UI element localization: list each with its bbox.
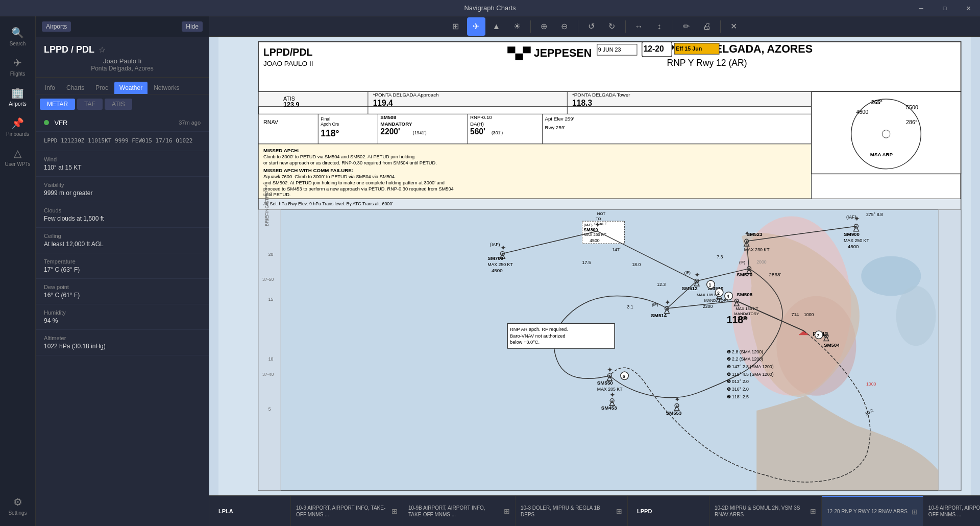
fit-height-button[interactable]: ↕ — [650, 17, 669, 36]
tab-atis[interactable]: ATIS — [105, 99, 132, 110]
svg-text:265°: 265° — [871, 99, 883, 105]
close-chart-icon: ✕ — [730, 21, 737, 31]
svg-text:*PONTA DELGADA Approach: *PONTA DELGADA Approach — [373, 92, 439, 98]
svg-text:below +3.0°C.: below +3.0°C. — [510, 340, 540, 345]
alert-button[interactable]: ▲ — [487, 17, 506, 36]
hide-button[interactable]: Hide — [182, 21, 203, 32]
svg-text:SM508: SM508 — [380, 114, 396, 120]
draw-button[interactable]: ✏ — [677, 17, 696, 36]
sidebar-item-user-wpts[interactable]: △ User WPTs — [0, 142, 36, 172]
chart-tab-3-label: 10-3 DOLER, MIPRU & REGLA 1B DEPS — [521, 505, 612, 518]
zoom-in-icon: ⊕ — [541, 21, 547, 31]
svg-text:❺ 013° 2.0: ❺ 013° 2.0 — [727, 379, 749, 384]
tab-proc[interactable]: Proc — [90, 82, 113, 94]
svg-text:Rwy 259': Rwy 259' — [545, 125, 565, 130]
sidebar-item-settings[interactable]: ⚙ Settings — [0, 491, 36, 521]
time-ago: 37m ago — [179, 119, 201, 126]
svg-text:*PONTA DELGADA Tower: *PONTA DELGADA Tower — [572, 92, 630, 98]
rotate-left-icon: ↺ — [588, 21, 595, 31]
chart-tab-1[interactable]: 10-9 AIRPORT, AIRPORT INFO, TAKE-OFF MNM… — [291, 496, 403, 527]
svg-text:MAX 250 KT: MAX 250 KT — [844, 238, 869, 243]
chart-tab-lpla[interactable]: LPLA — [209, 496, 291, 527]
chart-tab-6-label: 12-20 RNP Y RWY 12 RNAV ARRS — [827, 508, 908, 515]
humidity-label: Humidity — [44, 309, 201, 316]
svg-text:proceed to SM453 to perform a : proceed to SM453 to perform a new approa… — [263, 186, 454, 192]
svg-text:37-50: 37-50 — [262, 277, 274, 282]
chart-tab-5[interactable]: 10-2D MIPRU & SOMUL 2N, VSM 3S RNAV ARRS… — [709, 496, 822, 527]
svg-text:BRIEFING STRIP ™: BRIEFING STRIP ™ — [264, 185, 270, 226]
svg-text:5: 5 — [268, 407, 271, 412]
altimeter-label: Altimeter — [44, 335, 201, 341]
svg-text:4: 4 — [727, 294, 729, 299]
airports-label: Airports — [42, 21, 71, 32]
tab-info[interactable]: Info — [40, 82, 60, 94]
sidebar-item-label: Search — [10, 41, 26, 46]
chart-tab-7[interactable]: 10-9 AIRPORT, AIRPORT INFO, TAKE-OFF MNM… — [923, 496, 980, 527]
vfr-status: VFR — [44, 118, 67, 127]
tab-taf[interactable]: TAF — [77, 99, 103, 110]
svg-text:✦: ✦ — [500, 244, 506, 252]
zoom-out-button[interactable]: ⊖ — [555, 17, 574, 36]
svg-text:MAX 230 KT: MAX 230 KT — [744, 247, 770, 252]
svg-text:(IF): (IF) — [684, 270, 691, 275]
close-button[interactable]: ✕ — [957, 0, 980, 16]
chart-tab-lppd[interactable]: LPPD — [628, 496, 709, 527]
airports-icon: 🏢 — [11, 87, 24, 99]
close-chart-button[interactable]: ✕ — [725, 17, 743, 36]
nav-button[interactable]: ✈ — [467, 17, 485, 36]
svg-text:RNAV: RNAV — [263, 119, 279, 125]
chart-tab-1-label: 10-9 AIRPORT, AIRPORT INFO, TAKE-OFF MNM… — [296, 505, 387, 518]
brightness-button[interactable]: ☀ — [508, 17, 526, 36]
tab-metar[interactable]: METAR — [40, 99, 75, 110]
panel-header: Airports Hide — [36, 16, 209, 37]
sidebar-item-flights[interactable]: ✈ Flights — [0, 52, 36, 82]
favorite-star-icon[interactable]: ☆ — [99, 45, 106, 55]
sidebar-bottom: ⚙ Settings — [0, 491, 36, 526]
sidebar-item-pinboards[interactable]: 📌 Pinboards — [0, 112, 36, 142]
svg-text:✦: ✦ — [595, 221, 601, 229]
rotate-right-button[interactable]: ↻ — [603, 17, 621, 36]
rotate-left-button[interactable]: ↺ — [582, 17, 601, 36]
tab-networks[interactable]: Networks — [149, 82, 184, 94]
sidebar-item-search[interactable]: 🔍 Search — [0, 21, 36, 52]
chart-area[interactable]: LPPD/PDL JOAO PAULO II ▀▄▀ JEPPESEN PONT… — [209, 37, 980, 495]
svg-text:(301'): (301') — [492, 130, 503, 135]
svg-text:37-40: 37-40 — [262, 372, 274, 377]
wind-value: 110° at 15 KT — [44, 164, 201, 171]
chart-tab-3[interactable]: 10-3 DOLER, MIPRU & REGLA 1B DEPS ⊞ — [516, 496, 628, 527]
chart-tab-2[interactable]: 10-9B AIRPORT, AIRPORT INFO, TAKE-OFF MN… — [403, 496, 516, 527]
chart-tab-6[interactable]: 12-20 RNP Y RWY 12 RNAV ARRS ⊞ — [822, 496, 923, 527]
bottom-chart-tabs[interactable]: LPLA 10-9 AIRPORT, AIRPORT INFO, TAKE-OF… — [209, 495, 980, 526]
dewpoint-value: 16° C (61° F) — [44, 292, 201, 299]
separator-1 — [530, 20, 531, 33]
svg-text:SM553: SM553 — [666, 410, 682, 416]
fit-width-button[interactable]: ↔ — [630, 17, 648, 36]
print-button[interactable]: 🖨 — [698, 17, 716, 36]
svg-text:(IAF): (IAF) — [584, 223, 593, 227]
svg-rect-23 — [258, 114, 811, 144]
rotate-right-icon: ↻ — [608, 21, 615, 31]
svg-text:286°: 286° — [906, 119, 917, 125]
sidebar-item-airports[interactable]: 🏢 Airports — [0, 82, 36, 112]
flights-icon: ✈ — [13, 57, 22, 69]
minimize-button[interactable]: ─ — [910, 0, 933, 16]
svg-text:SM512: SM512 — [682, 285, 698, 291]
fit-width-icon: ↔ — [635, 22, 643, 31]
zoom-in-button[interactable]: ⊕ — [535, 17, 553, 36]
svg-text:✦: ✦ — [744, 230, 750, 237]
clouds-value: Few clouds at 1,500 ft — [44, 215, 201, 222]
maximize-button[interactable]: □ — [933, 0, 957, 16]
airport-location: Ponta Delgada, Azores — [44, 65, 201, 72]
tab-charts[interactable]: Charts — [61, 82, 89, 94]
layers-button[interactable]: ⊞ — [447, 17, 465, 36]
svg-text:TO: TO — [596, 217, 601, 221]
svg-text:SM900: SM900 — [844, 231, 860, 237]
svg-point-74 — [896, 286, 936, 346]
svg-text:RNP AR apch. RF required.: RNP AR apch. RF required. — [510, 327, 568, 332]
svg-text:MANDATORY: MANDATORY — [380, 121, 412, 127]
svg-text:7: 7 — [817, 333, 819, 338]
svg-text:MAX 250 KT: MAX 250 KT — [487, 262, 513, 267]
tab-weather[interactable]: Weather — [114, 82, 148, 94]
svg-text:✦: ✦ — [665, 299, 671, 306]
svg-text:MISSED APCH:: MISSED APCH: — [263, 148, 300, 153]
